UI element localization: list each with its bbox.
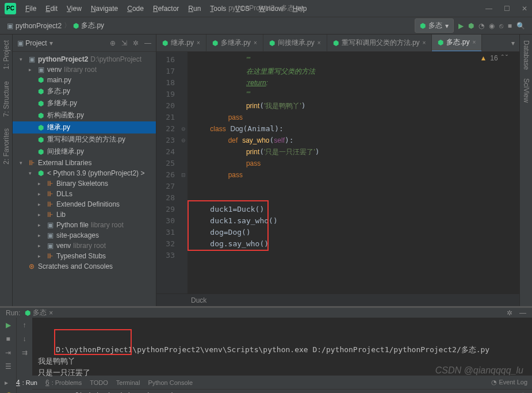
tree-dlls[interactable]: ▸⊪DLLs xyxy=(13,189,156,199)
tree-external-libraries[interactable]: ▾⊪External Libraries xyxy=(13,158,156,168)
console-output[interactable]: D:\pythonProject1\pythonProject2\venv\Sc… xyxy=(32,318,532,393)
breadcrumb-file[interactable]: 多态.py xyxy=(81,21,104,30)
menu-navigate[interactable]: Navigate xyxy=(87,3,121,14)
tree-file-析构函数.py[interactable]: ⬢析构函数.py xyxy=(13,109,156,121)
tree-typeshed-stubs[interactable]: ▸⊪Typeshed Stubs xyxy=(13,251,156,261)
tree-venv[interactable]: ▸▣venv library root xyxy=(13,64,156,75)
tabs-overflow[interactable]: ▾ xyxy=(507,39,519,47)
close-icon[interactable]: × xyxy=(423,40,426,46)
tree-file-继承.py[interactable]: ⬢继承.py xyxy=(13,121,156,133)
tree-scratches[interactable]: ⊛Scratches and Consoles xyxy=(13,261,156,272)
tree-file-间接继承.py[interactable]: ⬢间接继承.py xyxy=(13,146,156,158)
expand-icon[interactable]: ⇲ xyxy=(121,39,127,47)
up-icon[interactable]: ↑ xyxy=(23,321,26,329)
sidebar-header: ▣ Project ▾ ⊕ ⇲ ✲ — xyxy=(13,35,156,52)
project-sidebar: ▣ Project ▾ ⊕ ⇲ ✲ — ▾▣pythonProject2 D:\… xyxy=(13,35,156,306)
menu-file[interactable]: File xyxy=(22,3,40,14)
tab-间接继承.py[interactable]: ⬢间接继承.py× xyxy=(263,35,327,51)
hide-icon[interactable]: — xyxy=(519,309,526,317)
breadcrumb-separator: 〉 xyxy=(64,21,71,30)
debug-button[interactable]: ⬢ xyxy=(468,22,474,30)
python-icon: ⬢ xyxy=(420,22,426,30)
editor-tabs: ⬢继承.py×⬢多继承.py×⬢间接继承.py×⬢重写和调用父类的方法.py×⬢… xyxy=(156,35,519,52)
editor-area: ⬢继承.py×⬢多继承.py×⬢间接继承.py×⬢重写和调用父类的方法.py×⬢… xyxy=(156,35,519,306)
menu-edit[interactable]: Edit xyxy=(42,3,61,14)
gear-icon[interactable]: ✲ xyxy=(133,39,139,47)
fold-gutter[interactable]: ⊖⊖⊟ xyxy=(179,52,187,293)
minimize-button[interactable]: — xyxy=(485,5,492,13)
close-button[interactable]: ✕ xyxy=(522,5,527,13)
tool-1-project[interactable]: 1: Project xyxy=(2,40,10,70)
tree-venv2[interactable]: ▸▣venv library root xyxy=(13,241,156,251)
attach-button[interactable]: ⎋ xyxy=(499,22,503,30)
search-everywhere-button[interactable]: 🔍 xyxy=(516,22,525,30)
tab-继承.py[interactable]: ⬢继承.py× xyxy=(156,35,206,51)
menu-refactor[interactable]: Refactor xyxy=(150,3,182,14)
inspection-widget[interactable]: ▲ 16 ˆ ˇ xyxy=(480,54,508,62)
tree-file-main.py[interactable]: ⬢main.py xyxy=(13,75,156,85)
expand-icon[interactable]: ▸ xyxy=(5,379,8,387)
wrap-icon[interactable]: ⇉ xyxy=(22,349,28,357)
menu-code[interactable]: Code xyxy=(124,3,147,14)
watermark: CSDN @qianqqqq_lu xyxy=(435,365,523,376)
run-title: Run: xyxy=(6,309,20,317)
tab-多态.py[interactable]: ⬢多态.py× xyxy=(432,35,482,52)
run-button[interactable]: ▶ xyxy=(458,22,464,30)
chevron-down-icon: ▾ xyxy=(445,22,449,30)
left-tool-gutter: 1: Project7: Structure2: Favorites xyxy=(0,35,13,306)
warning-icon: ▲ xyxy=(480,54,487,62)
locate-icon[interactable]: ⊕ xyxy=(110,39,116,47)
close-icon[interactable]: × xyxy=(197,40,200,46)
python-icon: ⬢ xyxy=(73,22,79,30)
project-tree[interactable]: ▾▣pythonProject2 D:\pythonProject▸▣venv … xyxy=(13,52,156,306)
tool-7-structure[interactable]: 7: Structure xyxy=(2,81,10,117)
tree-file-多继承.py[interactable]: ⬢多继承.py xyxy=(13,97,156,109)
menu-run[interactable]: Run xyxy=(185,3,204,14)
tree-lib[interactable]: ▸⊪Lib xyxy=(13,209,156,220)
tree-site-packages[interactable]: ▸▣site-packages xyxy=(13,230,156,241)
run-config-selector[interactable]: ⬢ 多态 ▾ xyxy=(415,18,454,33)
close-icon[interactable]: × xyxy=(49,309,53,317)
run-tool-window: Run: ⬢ 多态 × ✲ — ▶ ■ ⇥ ☰ ↑ ↓ ⇉ D:\pythonP… xyxy=(0,306,532,375)
down-icon[interactable]: ↓ xyxy=(23,335,26,343)
menu-tools[interactable]: Tools xyxy=(206,3,229,14)
tab-多继承.py[interactable]: ⬢多继承.py× xyxy=(206,35,263,51)
run-config-name: 多态 xyxy=(428,21,442,30)
rerun-button[interactable]: ▶ xyxy=(6,321,11,329)
tree-python-sdk[interactable]: ▾⬢< Python 3.9 (pythonProject2) > xyxy=(13,168,156,178)
profile-button[interactable]: ◉ xyxy=(489,22,495,30)
tree-file-多态.py[interactable]: ⬢多态.py xyxy=(13,85,156,97)
hide-icon[interactable]: — xyxy=(144,39,151,47)
context-class[interactable]: Duck xyxy=(191,296,206,304)
close-icon[interactable]: × xyxy=(472,39,476,45)
code-editor[interactable]: ''' 在这里重写父类的方法 :return: ''' print('我是鸭鸭丫… xyxy=(187,52,519,293)
run-tab[interactable]: ⬢ 多态 × xyxy=(25,308,53,318)
coverage-button[interactable]: ◔ xyxy=(479,22,484,30)
tree-extended-definitions[interactable]: ▸⊪Extended Definitions xyxy=(13,199,156,209)
right-tool-gutter: DatabaseSciView xyxy=(519,35,532,306)
tool-2-favorites[interactable]: 2: Favorites xyxy=(2,128,10,165)
window-controls: — ☐ ✕ xyxy=(485,5,527,13)
close-icon[interactable]: × xyxy=(317,40,321,46)
maximize-button[interactable]: ☐ xyxy=(504,5,510,13)
exit-icon[interactable]: ⇥ xyxy=(5,349,11,357)
menu-view[interactable]: View xyxy=(63,3,85,14)
close-icon[interactable]: × xyxy=(254,40,257,46)
app-logo: PC xyxy=(5,3,16,14)
highlight-box-output xyxy=(54,329,132,355)
gear-icon[interactable]: ✲ xyxy=(507,309,512,317)
tool-sciview[interactable]: SciView xyxy=(522,78,530,102)
python-icon: ⬢ xyxy=(25,309,30,317)
tree-root[interactable]: ▾▣pythonProject2 D:\pythonProject xyxy=(13,54,156,64)
stop-button[interactable]: ■ xyxy=(6,335,10,343)
tree-file-重写和调用父类的方法.py[interactable]: ⬢重写和调用父类的方法.py xyxy=(13,133,156,146)
tree-python-file[interactable]: ▸▣Python file library root xyxy=(13,220,156,230)
chevron-down-icon[interactable]: ▾ xyxy=(49,39,53,47)
layout-icon[interactable]: ☰ xyxy=(5,363,12,371)
tool-database[interactable]: Database xyxy=(522,40,530,70)
titlebar: PC FileEditViewNavigateCodeRefactorRunTo… xyxy=(0,0,532,17)
tree-binary-skeletons[interactable]: ▸⊪Binary Skeletons xyxy=(13,178,156,189)
breadcrumb-project[interactable]: pythonProject2 xyxy=(16,22,62,30)
tab-重写和调用父类的方法.py[interactable]: ⬢重写和调用父类的方法.py× xyxy=(327,35,433,51)
stop-button[interactable]: ■ xyxy=(508,22,512,30)
